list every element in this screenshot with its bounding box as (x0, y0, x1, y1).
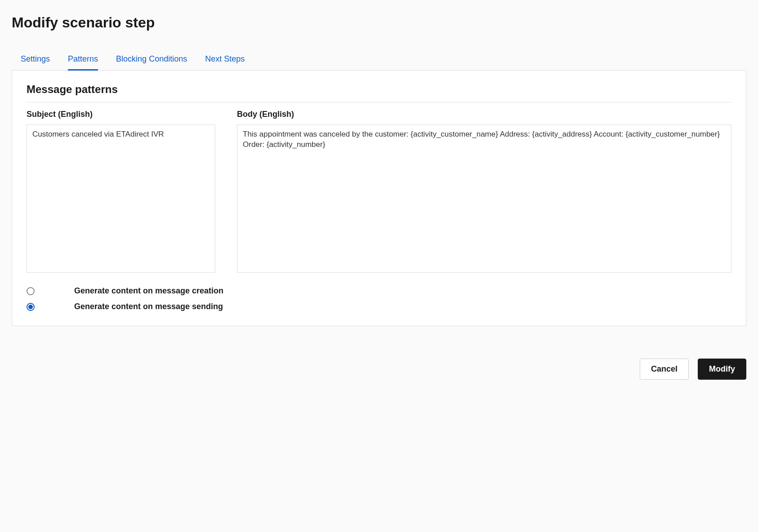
radio-generate-on-creation[interactable] (27, 287, 35, 295)
subject-label: Subject (English) (27, 110, 215, 119)
cancel-button[interactable]: Cancel (640, 359, 689, 380)
radio-generate-on-creation-label: Generate content on message creation (74, 286, 223, 296)
button-bar: Cancel Modify (12, 359, 746, 380)
tab-blocking-conditions[interactable]: Blocking Conditions (116, 49, 187, 71)
body-textarea[interactable] (237, 124, 731, 273)
radio-generate-on-sending-label: Generate content on message sending (74, 302, 223, 311)
section-divider (27, 102, 731, 102)
patterns-panel: Message patterns Subject (English) Body … (12, 70, 746, 326)
subject-textarea[interactable] (27, 124, 215, 273)
tab-next-steps[interactable]: Next Steps (205, 49, 245, 71)
radio-generate-on-sending[interactable] (27, 303, 35, 311)
tab-settings[interactable]: Settings (21, 49, 50, 71)
page-title: Modify scenario step (12, 14, 746, 31)
section-title: Message patterns (27, 83, 731, 96)
modify-button[interactable]: Modify (698, 359, 746, 380)
body-label: Body (English) (237, 110, 731, 119)
tab-bar: Settings Patterns Blocking Conditions Ne… (21, 49, 746, 71)
generate-content-radio-group: Generate content on message creation Gen… (27, 286, 731, 311)
tab-patterns[interactable]: Patterns (68, 49, 98, 71)
